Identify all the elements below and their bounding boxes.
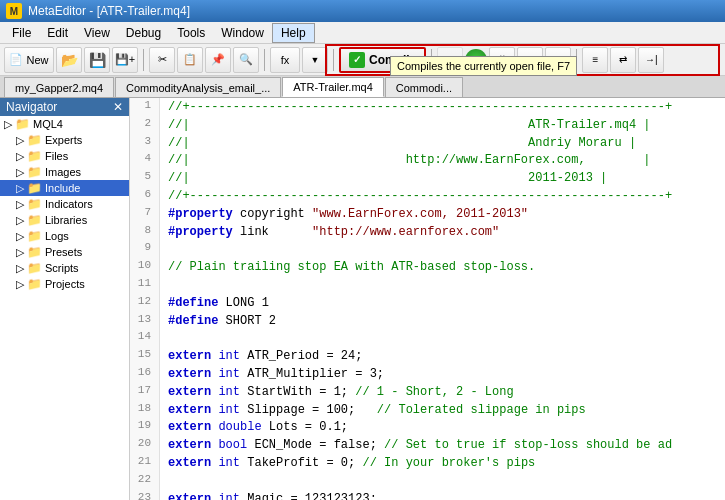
line-code: // Plain trailing stop EA with ATR-based… xyxy=(160,258,725,276)
line-number: 12 xyxy=(130,294,160,312)
line-code: #property copyright "www.EarnForex.com, … xyxy=(160,205,725,223)
nav-files-label: Files xyxy=(45,150,68,162)
navigator-title: Navigator xyxy=(6,100,57,114)
nav-scripts[interactable]: ▷ 📁 Scripts xyxy=(0,260,129,276)
tab-commodity[interactable]: CommodityAnalysis_email_... xyxy=(115,77,281,97)
folder-icon: 📁 xyxy=(27,229,42,243)
expand-icon: ▷ xyxy=(16,166,24,179)
nav-libraries[interactable]: ▷ 📁 Libraries xyxy=(0,212,129,228)
nav-projects-label: Projects xyxy=(45,278,85,290)
menu-view[interactable]: View xyxy=(76,24,118,42)
dropdown-button[interactable]: ▼ xyxy=(302,47,328,73)
save-all-button[interactable]: 💾+ xyxy=(112,47,138,73)
line-code xyxy=(160,240,725,258)
nav-images[interactable]: ▷ 📁 Images xyxy=(0,164,129,180)
fx-button[interactable]: fx xyxy=(270,47,300,73)
nav-files[interactable]: ▷ 📁 Files xyxy=(0,148,129,164)
save-button[interactable]: 💾 xyxy=(84,47,110,73)
tab-commodi[interactable]: Commodi... xyxy=(385,77,463,97)
folder-icon: 📁 xyxy=(27,149,42,163)
extra1-button[interactable]: ≡ xyxy=(582,47,608,73)
menu-file[interactable]: File xyxy=(4,24,39,42)
code-line-10: 10 // Plain trailing stop EA with ATR-ba… xyxy=(130,258,725,276)
menu-debug[interactable]: Debug xyxy=(118,24,169,42)
navigator-close[interactable]: ✕ xyxy=(113,100,123,114)
line-number: 18 xyxy=(130,401,160,419)
code-line-18: 18 extern int Slippage = 100; // Tolerat… xyxy=(130,401,725,419)
line-code xyxy=(160,329,725,347)
paste-button[interactable]: 📌 xyxy=(205,47,231,73)
copy-button[interactable]: 📋 xyxy=(177,47,203,73)
folder-icon: 📁 xyxy=(27,181,42,195)
expand-icon: ▷ xyxy=(16,198,24,211)
title-bar: M MetaEditor - [ATR-Trailer.mq4] xyxy=(0,0,725,22)
sep1 xyxy=(143,49,144,71)
nav-indicators-label: Indicators xyxy=(45,198,93,210)
code-line-22: 22 xyxy=(130,472,725,490)
code-line-13: 13 #define SHORT 2 xyxy=(130,312,725,330)
tab-atr[interactable]: ATR-Trailer.mq4 xyxy=(282,77,383,97)
expand-icon: ▷ xyxy=(16,278,24,291)
line-number: 16 xyxy=(130,365,160,383)
nav-mql4[interactable]: ▷ 📁 MQL4 xyxy=(0,116,129,132)
expand-icon: ▷ xyxy=(16,150,24,163)
line-code: //| ATR-Trailer.mq4 | xyxy=(160,116,725,134)
new-label: New xyxy=(26,54,48,66)
new-button[interactable]: 📄 New xyxy=(4,47,54,73)
line-number: 8 xyxy=(130,223,160,241)
line-number: 7 xyxy=(130,205,160,223)
extra3-button[interactable]: →| xyxy=(638,47,664,73)
line-code xyxy=(160,276,725,294)
line-code: extern int Slippage = 100; // Tolerated … xyxy=(160,401,725,419)
code-line-23: 23 extern int Magic = 123123123; xyxy=(130,490,725,500)
sep2 xyxy=(264,49,265,71)
toolbar: 📄 New 📂 💾 💾+ ✂ 📋 📌 🔍 fx ▼ ✓ Compile ◀ ▶ … xyxy=(0,44,725,76)
nav-presets[interactable]: ▷ 📁 Presets xyxy=(0,244,129,260)
code-line-12: 12 #define LONG 1 xyxy=(130,294,725,312)
code-line-20: 20 extern bool ECN_Mode = false; // Set … xyxy=(130,436,725,454)
line-code: #define SHORT 2 xyxy=(160,312,725,330)
line-number: 14 xyxy=(130,329,160,347)
code-line-3: 3 //| Andriy Moraru | xyxy=(130,134,725,152)
line-number: 4 xyxy=(130,151,160,169)
code-line-16: 16 extern int ATR_Multiplier = 3; xyxy=(130,365,725,383)
cut-button[interactable]: ✂ xyxy=(149,47,175,73)
extra2-button[interactable]: ⇄ xyxy=(610,47,636,73)
line-code: extern int StartWith = 1; // 1 - Short, … xyxy=(160,383,725,401)
folder-icon: 📁 xyxy=(27,165,42,179)
code-line-19: 19 extern double Lots = 0.1; xyxy=(130,418,725,436)
menu-tools[interactable]: Tools xyxy=(169,24,213,42)
nav-experts[interactable]: ▷ 📁 Experts xyxy=(0,132,129,148)
tab-gapper[interactable]: my_Gapper2.mq4 xyxy=(4,77,114,97)
line-number: 11 xyxy=(130,276,160,294)
line-number: 1 xyxy=(130,98,160,116)
open-button[interactable]: 📂 xyxy=(56,47,82,73)
menu-help[interactable]: Help xyxy=(272,23,315,43)
code-line-17: 17 extern int StartWith = 1; // 1 - Shor… xyxy=(130,383,725,401)
nav-logs[interactable]: ▷ 📁 Logs xyxy=(0,228,129,244)
code-editor[interactable]: 1 //+-----------------------------------… xyxy=(130,98,725,500)
expand-icon: ▷ xyxy=(16,182,24,195)
nav-indicators[interactable]: ▷ 📁 Indicators xyxy=(0,196,129,212)
tab-bar: my_Gapper2.mq4 CommodityAnalysis_email_.… xyxy=(0,76,725,98)
menu-edit[interactable]: Edit xyxy=(39,24,76,42)
line-code: #define LONG 1 xyxy=(160,294,725,312)
line-code xyxy=(160,472,725,490)
line-number: 15 xyxy=(130,347,160,365)
navigator-header: Navigator ✕ xyxy=(0,98,129,116)
find-button[interactable]: 🔍 xyxy=(233,47,259,73)
line-code: extern int ATR_Period = 24; xyxy=(160,347,725,365)
line-number: 20 xyxy=(130,436,160,454)
expand-icon: ▷ xyxy=(16,214,24,227)
nav-projects[interactable]: ▷ 📁 Projects xyxy=(0,276,129,292)
line-number: 17 xyxy=(130,383,160,401)
code-line-8: 8 #property link "http://www.earnforex.c… xyxy=(130,223,725,241)
expand-icon: ▷ xyxy=(16,134,24,147)
line-number: 3 xyxy=(130,134,160,152)
menu-window[interactable]: Window xyxy=(213,24,272,42)
app-icon: M xyxy=(6,3,22,19)
nav-include[interactable]: ▷ 📁 Include xyxy=(0,180,129,196)
line-code: //| Andriy Moraru | xyxy=(160,134,725,152)
sep3 xyxy=(333,49,334,71)
line-code: //| 2011-2013 | xyxy=(160,169,725,187)
